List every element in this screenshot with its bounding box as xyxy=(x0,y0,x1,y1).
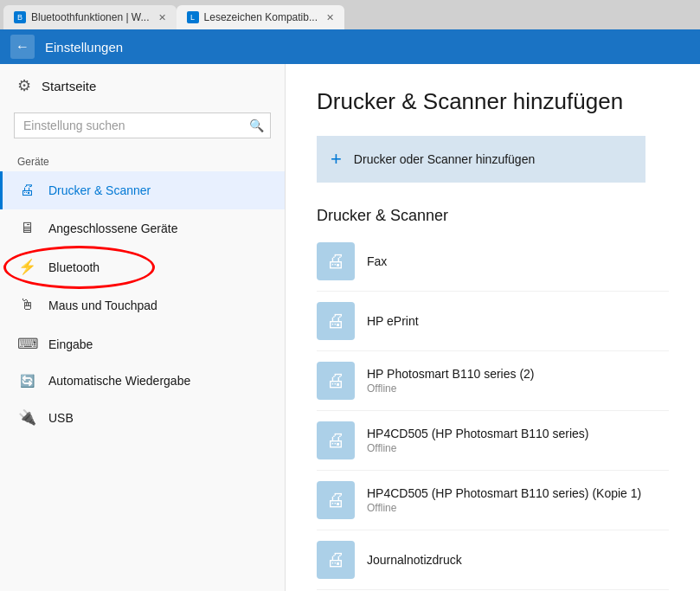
printer-fax-icon: 🖨 xyxy=(317,242,355,280)
sidebar-item-eingabe[interactable]: ⌨ Eingabe xyxy=(0,324,285,363)
list-item[interactable]: 🖨 Journalnotizdruck xyxy=(317,530,669,590)
sidebar-item-label-eingabe: Eingabe xyxy=(48,337,93,351)
sidebar-item-bluetooth[interactable]: ⚡ Bluetooth xyxy=(0,247,285,286)
content-area: Drucker & Scanner hinzufügen + Drucker o… xyxy=(286,64,700,591)
tab2-favicon: L xyxy=(187,11,199,23)
list-item[interactable]: 🖨 Fax xyxy=(317,232,669,292)
printer-journal-info: Journalnotizdruck xyxy=(367,553,462,567)
home-icon: ⚙ xyxy=(17,76,31,95)
sidebar: ⚙ Startseite 🔍 Geräte 🖨 Drucker & Scanne… xyxy=(0,64,286,591)
tab1-favicon: B xyxy=(14,11,26,23)
search-icon: 🔍 xyxy=(249,119,264,132)
tab1-label: Bluetoothfunktionen | W... xyxy=(31,11,150,23)
browser-tabs: B Bluetoothfunktionen | W... ✕ L Lesezei… xyxy=(0,0,700,29)
settings-window: ← Einstellungen ⚙ Startseite 🔍 Geräte 🖨 … xyxy=(0,29,700,591)
sidebar-item-printer[interactable]: 🖨 Drucker & Scanner xyxy=(0,171,285,209)
printer-hpeprint-info: HP ePrint xyxy=(367,314,419,328)
sidebar-item-label-connected: Angeschlossene Geräte xyxy=(48,222,177,235)
list-item[interactable]: 🖨 HP ePrint xyxy=(317,292,669,351)
usb-nav-icon: 🔌 xyxy=(17,408,36,427)
add-icon: + xyxy=(331,148,342,170)
printers-section-title: Drucker & Scanner xyxy=(317,207,669,225)
list-item[interactable]: 🖨 HP4CD505 (HP Photosmart B110 series) O… xyxy=(317,411,669,471)
printer-fax-name: Fax xyxy=(367,254,387,268)
window-title: Einstellungen xyxy=(45,40,123,55)
list-item[interactable]: 🖨 HP4CD505 (HP Photosmart B110 series) (… xyxy=(317,471,669,530)
browser-tab-2[interactable]: L Lesezeichen Kompatib... ✕ xyxy=(177,5,344,29)
printer-nav-icon: 🖨 xyxy=(17,182,36,199)
sidebar-item-connected[interactable]: 🖥 Angeschlossene Geräte xyxy=(0,209,285,247)
tab2-label: Lesezeichen Kompatib... xyxy=(204,11,318,23)
sidebar-item-mouse[interactable]: 🖱 Maus und Touchpad xyxy=(0,286,285,324)
printer-hp4cd505-2-icon: 🖨 xyxy=(317,481,355,519)
bluetooth-nav-icon: ⚡ xyxy=(17,258,36,276)
tab2-close[interactable]: ✕ xyxy=(326,12,334,23)
sidebar-item-label-audio: Automatische Wiedergabe xyxy=(48,374,190,388)
browser-tab-1[interactable]: B Bluetoothfunktionen | W... ✕ xyxy=(3,5,177,29)
printer-hpb110-2-info: HP Photosmart B110 series (2) Offline xyxy=(367,367,535,395)
printer-journal-name: Journalnotizdruck xyxy=(367,553,462,567)
printer-journal-icon: 🖨 xyxy=(317,541,355,579)
section-label: Geräte xyxy=(0,149,285,171)
printer-hp4cd505-1-status: Offline xyxy=(367,442,589,454)
sidebar-item-label-printer: Drucker & Scanner xyxy=(48,183,151,197)
printer-hp4cd505-2-name: HP4CD505 (HP Photosmart B110 series) (Ko… xyxy=(367,486,641,500)
page-title: Drucker & Scanner hinzufügen xyxy=(317,88,669,115)
audio-nav-icon: 🔄 xyxy=(17,374,36,388)
sidebar-item-audio[interactable]: 🔄 Automatische Wiedergabe xyxy=(0,363,285,398)
title-bar: ← Einstellungen xyxy=(0,29,700,64)
sidebar-item-label-bluetooth: Bluetooth xyxy=(48,260,100,274)
list-item[interactable]: 🖨 HP Photosmart B110 series (2) Offline xyxy=(317,351,669,411)
printer-hpb110-2-name: HP Photosmart B110 series (2) xyxy=(367,367,535,381)
main-layout: ⚙ Startseite 🔍 Geräte 🖨 Drucker & Scanne… xyxy=(0,64,700,591)
printer-hpeprint-name: HP ePrint xyxy=(367,314,419,328)
sidebar-home[interactable]: ⚙ Startseite xyxy=(0,64,285,107)
printer-hpb110-2-status: Offline xyxy=(367,382,535,395)
printer-hpb110-2-icon: 🖨 xyxy=(317,362,355,400)
back-arrow-icon: ← xyxy=(16,39,29,55)
printer-hpeprint-icon: 🖨 xyxy=(317,302,355,340)
connected-nav-icon: 🖥 xyxy=(17,220,36,237)
printer-hp4cd505-2-status: Offline xyxy=(367,502,641,514)
sidebar-item-label-usb: USB xyxy=(48,411,74,425)
search-box: 🔍 xyxy=(14,112,271,138)
mouse-nav-icon: 🖱 xyxy=(17,297,36,314)
back-button[interactable]: ← xyxy=(10,35,35,59)
printer-hp4cd505-1-name: HP4CD505 (HP Photosmart B110 series) xyxy=(367,427,589,440)
add-printer-label: Drucker oder Scanner hinzufügen xyxy=(354,152,535,166)
printer-fax-info: Fax xyxy=(367,254,387,268)
printer-hp4cd505-1-icon: 🖨 xyxy=(317,421,355,459)
tab1-close[interactable]: ✕ xyxy=(158,12,166,23)
add-printer-button[interactable]: + Drucker oder Scanner hinzufügen xyxy=(317,136,645,183)
printer-hp4cd505-2-info: HP4CD505 (HP Photosmart B110 series) (Ko… xyxy=(367,486,641,514)
home-label: Startseite xyxy=(42,79,96,93)
eingabe-nav-icon: ⌨ xyxy=(17,335,36,353)
printer-hp4cd505-1-info: HP4CD505 (HP Photosmart B110 series) Off… xyxy=(367,427,589,454)
sidebar-item-label-mouse: Maus und Touchpad xyxy=(48,299,157,312)
sidebar-item-usb[interactable]: 🔌 USB xyxy=(0,398,285,437)
search-input[interactable] xyxy=(14,112,271,138)
